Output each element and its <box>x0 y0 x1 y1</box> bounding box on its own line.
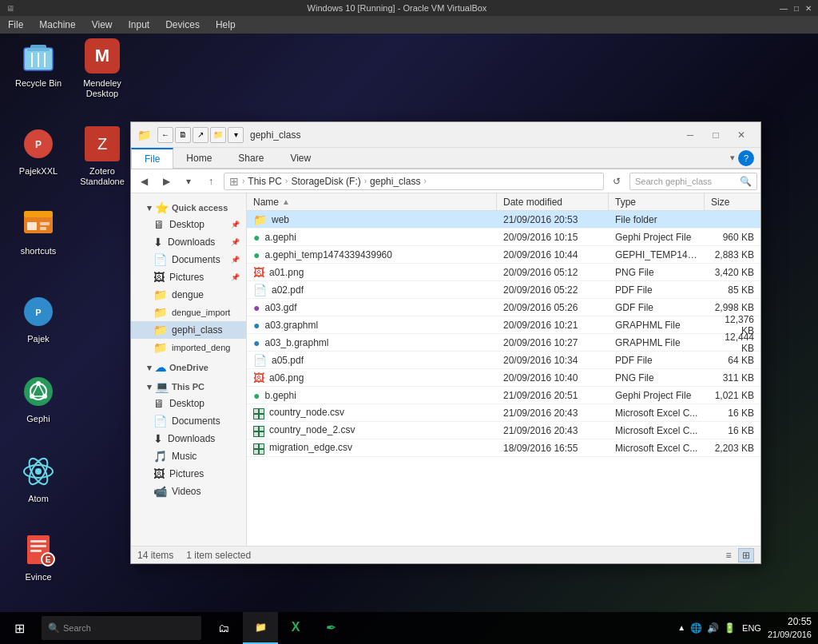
sidebar-item-pictures[interactable]: 🖼 Pictures 📌 <box>131 268 246 286</box>
ribbon-tab-share[interactable]: Share <box>225 148 277 168</box>
desktop-icon-mendeley[interactable]: M Mendeley Desktop <box>70 34 134 102</box>
table-row[interactable]: ● b.gephi 21/09/2016 20:51 Gephi Project… <box>247 387 760 404</box>
table-row[interactable]: country_node_2.csv 21/09/2016 20:43 Micr… <box>247 422 760 439</box>
sidebar-item-imported[interactable]: 📁 imported_deng <box>131 339 246 356</box>
sidebar-item-downloads-label: Downloads <box>168 237 215 248</box>
table-row[interactable]: 📁 web 21/09/2016 20:53 File folder <box>247 211 760 229</box>
sidebar-pc-documents[interactable]: 📄 Documents <box>131 412 246 430</box>
titlebar-share-mini[interactable]: ↗ <box>193 127 208 143</box>
sidebar-item-desktop[interactable]: 🖥 Desktop 📌 <box>131 216 246 233</box>
file-name-country-node: country_node.csv <box>247 406 497 419</box>
vm-max-icon[interactable]: □ <box>794 4 799 13</box>
quick-access-header[interactable]: ▾ ⭐ Quick access <box>131 200 246 216</box>
ribbon-collapse-btn[interactable]: ▾ ? <box>724 148 760 168</box>
sidebar-pc-pictures[interactable]: 🖼 Pictures <box>131 465 246 483</box>
desktop-icon-recycle-bin[interactable]: Recycle Bin <box>6 34 70 92</box>
desktop-icon-pajekxxl[interactable]: P PajekXXL <box>6 121 70 180</box>
col-header-name[interactable]: Name ▲ <box>247 193 497 210</box>
titlebar-props-mini[interactable]: 🗎 <box>175 127 191 143</box>
vm-min-icon[interactable]: — <box>780 4 788 13</box>
ribbon-tab-file[interactable]: File <box>131 148 173 169</box>
desktop-icon-zotero[interactable]: Z Zotero Standalone <box>70 121 134 190</box>
chevron-up-icon[interactable]: ▲ <box>677 623 685 632</box>
col-header-modified[interactable]: Date modified <box>497 193 609 210</box>
details-view-btn[interactable]: ≡ <box>721 548 737 563</box>
sidebar-pc-videos[interactable]: 📹 Videos <box>131 483 246 500</box>
table-row[interactable]: 📄 a05.pdf 20/09/2016 10:34 PDF File 64 K… <box>247 352 760 369</box>
nav-up-btn[interactable]: ↑ <box>201 172 220 191</box>
file-modified-agephi: 20/09/2016 10:15 <box>497 232 609 243</box>
desktop-icon-gephi[interactable]: Gephi <box>6 369 70 427</box>
table-row[interactable]: ● a03.graphml 20/09/2016 10:21 GRAPHML F… <box>247 316 760 334</box>
nav-forward-btn[interactable]: ▶ <box>157 172 176 191</box>
vm-menu-devices[interactable]: Devices <box>157 16 208 34</box>
table-row[interactable]: 🖼 a06.png 20/09/2016 10:40 PNG File 311 … <box>247 369 760 387</box>
desktop-icon-evince[interactable]: E Evince <box>6 527 70 586</box>
desktop-icon-atom[interactable]: Atom <box>6 449 70 507</box>
col-header-size[interactable]: Size <box>705 193 760 210</box>
desktop-icon-pajek[interactable]: P Pajek <box>6 289 70 348</box>
search-text: Search <box>63 623 91 633</box>
vm-menu-help[interactable]: Help <box>208 16 244 34</box>
nav-back-btn[interactable]: ◀ <box>134 172 153 191</box>
language-indicator[interactable]: ENG <box>742 623 761 633</box>
taskbar-app-explorer[interactable]: 📁 <box>243 612 278 644</box>
taskbar-app-other[interactable]: ✒ <box>313 612 348 644</box>
pictures-icon-sidebar: 🖼 <box>153 271 165 284</box>
explorer-minimize-btn[interactable]: ─ <box>677 125 703 145</box>
taskbar-search[interactable]: 🔍 Search <box>42 616 201 640</box>
status-count: 14 items <box>137 550 173 561</box>
start-button[interactable]: ⊞ <box>0 612 38 644</box>
table-row[interactable]: ● a03.gdf 20/09/2016 05:26 GDF File 2,99… <box>247 299 760 316</box>
ribbon-tab-home[interactable]: Home <box>173 148 225 168</box>
titlebar-dropdown[interactable]: ▾ <box>228 127 244 143</box>
table-row[interactable]: country_node.csv 21/09/2016 20:43 Micros… <box>247 404 760 422</box>
breadcrumb-storage[interactable]: StorageDisk (F:) <box>291 176 360 187</box>
list-view-btn[interactable]: ⊞ <box>738 548 754 563</box>
table-row[interactable]: 📄 a02.pdf 20/09/2016 05:22 PDF File 85 K… <box>247 281 760 299</box>
breadcrumb-thispc[interactable]: This PC <box>248 176 282 187</box>
sidebar-pc-music[interactable]: 🎵 Music <box>131 447 246 465</box>
taskbar-app-excel[interactable]: X <box>278 612 313 644</box>
sidebar-item-gephi-class-label: gephi_class <box>172 324 222 336</box>
nav-recent-btn[interactable]: ▾ <box>179 172 198 191</box>
vm-menu-machine[interactable]: Machine <box>31 16 83 34</box>
sidebar-item-gephi-class[interactable]: 📁 gephi_class <box>131 321 246 339</box>
sidebar-item-imported-label: imported_deng <box>172 343 230 352</box>
file-type-country-node2: Microsoft Excel C... <box>609 425 705 436</box>
content-area: ▾ ⭐ Quick access 🖥 Desktop 📌 ⬇ Downloads… <box>131 193 760 546</box>
breadcrumb-gephi-class[interactable]: gephi_class <box>370 176 420 187</box>
nav-refresh-btn[interactable]: ↺ <box>607 172 626 191</box>
ribbon-tab-view[interactable]: View <box>277 148 324 168</box>
file-type-country-node: Microsoft Excel C... <box>609 407 705 419</box>
sidebar-item-dengue[interactable]: 📁 dengue <box>131 286 246 304</box>
sidebar-pc-downloads[interactable]: ⬇ Downloads <box>131 430 246 447</box>
search-bar[interactable]: Search gephi_class 🔍 <box>629 173 757 190</box>
explorer-close-btn[interactable]: ✕ <box>729 125 754 145</box>
sidebar-item-dengue-import[interactable]: 📁 dengue_import <box>131 304 246 321</box>
desktop-icon-shortcuts[interactable]: shortcuts <box>6 201 70 260</box>
table-row[interactable]: migration_edge.csv 18/09/2016 16:55 Micr… <box>247 439 760 457</box>
volume-icon[interactable]: 🔊 <box>707 622 719 634</box>
help-icon[interactable]: ? <box>738 150 754 166</box>
sidebar-item-documents[interactable]: 📄 Documents 📌 <box>131 251 246 268</box>
task-view-btn[interactable]: 🗂 <box>204 612 243 644</box>
titlebar-back-mini[interactable]: ← <box>157 127 173 143</box>
table-row[interactable]: 🖼 a01.png 20/09/2016 05:12 PNG File 3,42… <box>247 264 760 281</box>
vm-close-icon[interactable]: ✕ <box>805 4 812 13</box>
vm-menu-view[interactable]: View <box>84 16 121 34</box>
explorer-maximize-btn[interactable]: □ <box>703 125 729 145</box>
table-row[interactable]: ● a.gephi 20/09/2016 10:15 Gephi Project… <box>247 229 760 246</box>
address-bar[interactable]: ⊞ › This PC › StorageDisk (F:) › gephi_c… <box>224 173 604 190</box>
col-header-type[interactable]: Type <box>609 193 705 210</box>
table-row[interactable]: ● a03_b.graphml 20/09/2016 10:27 GRAPHML… <box>247 334 760 352</box>
table-row[interactable]: ● a.gephi_temp1474339439960 20/09/2016 1… <box>247 246 760 264</box>
thispc-header[interactable]: ▾ 💻 This PC <box>131 379 246 395</box>
col-modified-label: Date modified <box>503 197 562 208</box>
vm-menu-input[interactable]: Input <box>121 16 158 34</box>
titlebar-folder-mini[interactable]: 📁 <box>210 127 226 143</box>
onedrive-header[interactable]: ▾ ☁ OneDrive <box>131 360 246 376</box>
vm-menu-file[interactable]: File <box>0 16 31 34</box>
sidebar-pc-desktop[interactable]: 🖥 Desktop <box>131 395 246 412</box>
sidebar-item-downloads[interactable]: ⬇ Downloads 📌 <box>131 233 246 251</box>
